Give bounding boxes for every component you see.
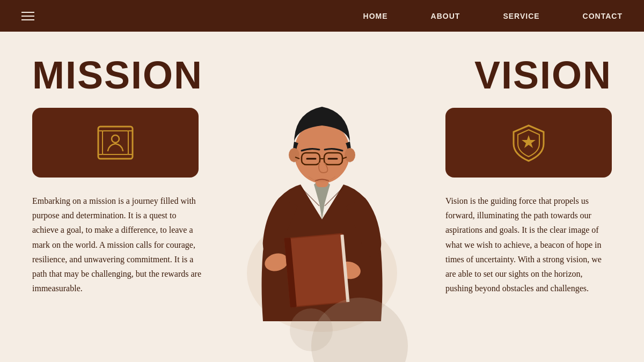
character-illustration <box>225 32 419 362</box>
svg-point-16 <box>289 148 299 162</box>
hamburger-menu[interactable] <box>21 12 34 20</box>
mission-title: MISSION <box>32 53 204 97</box>
nav-service-link[interactable]: SERVICE <box>503 12 539 20</box>
mission-icon <box>94 121 137 164</box>
character-svg <box>236 48 408 337</box>
mission-icon-box <box>32 108 199 178</box>
mission-section: MISSION Embarking on a mission is a jour… <box>0 32 225 362</box>
navbar: HOME ABOUT SERVICE CONTACT <box>0 0 644 32</box>
svg-marker-25 <box>522 135 536 148</box>
mission-text: Embarking on a mission is a journey fill… <box>32 194 204 295</box>
vision-section: VISION Vision is the guiding force that … <box>419 32 644 362</box>
vision-icon <box>507 121 550 164</box>
nav-links: HOME ABOUT SERVICE CONTACT <box>363 12 623 20</box>
svg-point-17 <box>345 148 355 162</box>
deco-circle-small <box>290 308 333 351</box>
svg-point-2 <box>112 135 119 143</box>
nav-about-link[interactable]: ABOUT <box>431 12 460 20</box>
vision-title: VISION <box>474 53 612 97</box>
nav-home-link[interactable]: HOME <box>363 12 388 20</box>
main-content: MISSION Embarking on a mission is a jour… <box>0 32 644 362</box>
vision-text: Vision is the guiding force that propels… <box>445 194 612 295</box>
vision-icon-box <box>445 108 612 178</box>
nav-contact-link[interactable]: CONTACT <box>583 12 623 20</box>
